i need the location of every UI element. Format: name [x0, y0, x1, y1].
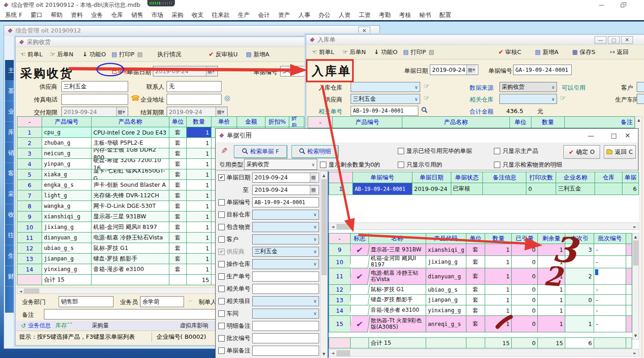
- filter-input[interactable]: [252, 321, 319, 331]
- purchase-date-field[interactable]: 2019-09-24 ▦▾: [153, 66, 218, 76]
- search-detail-button[interactable]: 检索明细: [292, 145, 338, 158]
- stock-link[interactable]: 库存ˆˆ: [55, 322, 73, 330]
- menu-item-生产[interactable]: 生产: [234, 11, 254, 19]
- filter-input[interactable]: 三利五金∨: [252, 247, 319, 257]
- calendar-icon[interactable]: ▦: [310, 185, 317, 195]
- menu-item-系统 F[interactable]: 系统 F: [1, 11, 27, 19]
- filter-input[interactable]: [252, 284, 319, 294]
- filter-checkbox[interactable]: [218, 236, 225, 243]
- menu-item-市场[interactable]: 市场: [147, 11, 168, 19]
- menu-item-工资[interactable]: 工资: [355, 11, 375, 19]
- scroll-right-icon[interactable]: ►: [633, 225, 637, 229]
- calendar-icon[interactable]: ▦: [310, 173, 317, 182]
- menu-item-秘书[interactable]: 秘书: [415, 11, 435, 19]
- search-doc-button[interactable]: 检索单据 F: [234, 145, 287, 158]
- filter-checkbox[interactable]: [218, 224, 225, 230]
- scroll-thumb[interactable]: [633, 240, 639, 266]
- checkbox-只显示主产品[interactable]: 只显示主产品: [494, 147, 538, 155]
- address-field[interactable]: [167, 94, 222, 105]
- scroll-thumb[interactable]: [336, 350, 350, 356]
- workshop-field[interactable]: [637, 94, 644, 104]
- supplier-field[interactable]: 三利五金: [61, 81, 128, 92]
- filter-input[interactable]: [252, 271, 319, 282]
- toolbar-button-功能O[interactable]: ↓功能O: [82, 50, 106, 59]
- filter-input[interactable]: ∨: [252, 309, 319, 319]
- toolbar-button-打印P[interactable]: ▤打印P: [111, 50, 134, 59]
- table-row[interactable]: 12鼠标-罗技 G1ubiao_g_s套101-: [329, 285, 632, 295]
- checkbox-box[interactable]: [494, 162, 500, 168]
- ok-button[interactable]: ✔ 确定 O: [563, 145, 600, 159]
- refresh-icon[interactable]: ↺: [21, 322, 26, 329]
- scroll-thumb[interactable]: [336, 224, 351, 229]
- toolbar-button-功能O[interactable]: ↓功能O: [374, 48, 397, 56]
- customer-field[interactable]: [637, 82, 644, 92]
- detail-hscrollbar[interactable]: ◄ ►: [329, 349, 639, 357]
- toolbar-button-执行情况[interactable]: 执行情况: [157, 50, 181, 59]
- scroll-up-icon[interactable]: ▲: [321, 174, 327, 178]
- inbound-date-field[interactable]: 2019-09-24▦▾: [430, 65, 478, 75]
- scroll-left-icon[interactable]: ◄: [330, 225, 335, 229]
- filter-input[interactable]: ∨: [252, 222, 319, 232]
- deliver-date-field[interactable]: 2019-09-24▦▾: [61, 107, 128, 117]
- filter-input[interactable]: 2019-09-24▦: [252, 185, 319, 195]
- checkbox-只显示检索物资的明细[interactable]: 只显示检索物资的明细: [494, 161, 562, 169]
- toolbar-button-前单L[interactable]: ☜前单L: [312, 48, 334, 56]
- menu-item-考勤[interactable]: 考勤: [375, 11, 395, 19]
- filter-input[interactable]: 2019-09-24▦: [252, 173, 319, 183]
- hand-pointer-icon[interactable]: ☞: [560, 94, 566, 102]
- menu-item-资料[interactable]: 资料: [67, 11, 87, 19]
- scroll-down-icon[interactable]: ▼: [633, 334, 639, 338]
- reference-titlebar[interactable]: ❖ 单据引用: [216, 129, 638, 142]
- calendar-icon[interactable]: ▦▾: [116, 107, 126, 117]
- menu-item-资产[interactable]: 资产: [274, 11, 294, 19]
- purchase-no-field[interactable]: 3-09: [280, 66, 305, 76]
- related-warehouse-dropdown[interactable]: ∨: [499, 94, 557, 104]
- person-field[interactable]: 余学前: [140, 296, 184, 307]
- calendar-icon[interactable]: ▦▾: [206, 66, 216, 76]
- filter-checkbox[interactable]: [218, 286, 225, 292]
- toolbar-button-返回[interactable]: ↦返回: [610, 48, 629, 56]
- filter-checkbox[interactable]: [218, 323, 225, 329]
- toolbar-button-后单N[interactable]: ☞后单N: [50, 50, 73, 59]
- checkbox-显示剩余数量为0的[interactable]: 显示剩余数量为0的: [320, 161, 380, 169]
- contact-field[interactable]: 无: [167, 81, 222, 92]
- table-row[interactable]: 14音箱-漫步者 e3100yinxiang_g套101-: [329, 305, 632, 316]
- back-button[interactable]: 返回 C: [604, 145, 636, 159]
- fax-field[interactable]: [61, 94, 128, 105]
- restore-button[interactable]: [616, 1, 629, 9]
- magnifier-icon[interactable]: [421, 106, 428, 115]
- calendar-icon[interactable]: ▦▾: [466, 65, 476, 75]
- reference-minimize-button[interactable]: —: [582, 129, 600, 142]
- doc-hscrollbar[interactable]: ◄ ►: [329, 222, 639, 230]
- table-row[interactable]: 11✔电源-航嘉 冷静王钻石Vistadianyuan_g套1012: [329, 268, 632, 285]
- toolbar-button-审核C[interactable]: ✔审核C: [498, 48, 521, 56]
- toolbar-button-新增A[interactable]: ▤新增A: [535, 48, 558, 56]
- settle-date-field[interactable]: 2019-09-24▦▾: [167, 107, 227, 117]
- inbound-no-field[interactable]: GA-19-09-24-0001: [513, 65, 572, 75]
- mdi-child-close-button[interactable]: ✕: [358, 27, 370, 35]
- filter-input[interactable]: ∨: [252, 210, 319, 220]
- toolbar-button-打印P[interactable]: ▤打印P: [403, 48, 426, 56]
- filter-checkbox[interactable]: [218, 298, 225, 304]
- table-row[interactable]: 15✔散热器-Tt 火星9彩色版(A3085)anreqi_g_s套1011-: [329, 316, 632, 332]
- filter-checkbox[interactable]: [218, 212, 225, 218]
- table-row[interactable]: 13键盘-罗技 酷影手jianpan_g套1010-: [329, 295, 632, 305]
- globe-icon[interactable]: ◎: [224, 94, 230, 102]
- menu-item-仓库[interactable]: 仓库: [107, 11, 127, 19]
- related-no-field[interactable]: AB-19-09-24-0001: [351, 106, 418, 116]
- hand-pointer-icon[interactable]: ☞: [423, 94, 429, 102]
- filter-checkbox[interactable]: [218, 273, 225, 280]
- warehouse-dropdown[interactable]: ∨: [351, 82, 420, 92]
- menu-item-人资[interactable]: 人资: [335, 11, 355, 19]
- filter-checkbox[interactable]: [218, 261, 225, 267]
- menu-item-配置[interactable]: 配置: [435, 11, 455, 19]
- table-row[interactable]: 1AB-19-09-24-00012019-09-24已审核0三利五金6: [329, 183, 639, 195]
- scroll-up-icon[interactable]: ▲: [633, 235, 639, 239]
- dept-field[interactable]: 销售部: [59, 296, 114, 307]
- menu-item-销售[interactable]: 销售: [127, 11, 147, 19]
- filter-checkbox[interactable]: [218, 335, 225, 342]
- checkbox-box[interactable]: [398, 162, 404, 168]
- scroll-thumb[interactable]: [24, 288, 39, 293]
- reference-close-button[interactable]: ✕: [618, 129, 637, 142]
- filter-input[interactable]: ∨: [252, 259, 319, 269]
